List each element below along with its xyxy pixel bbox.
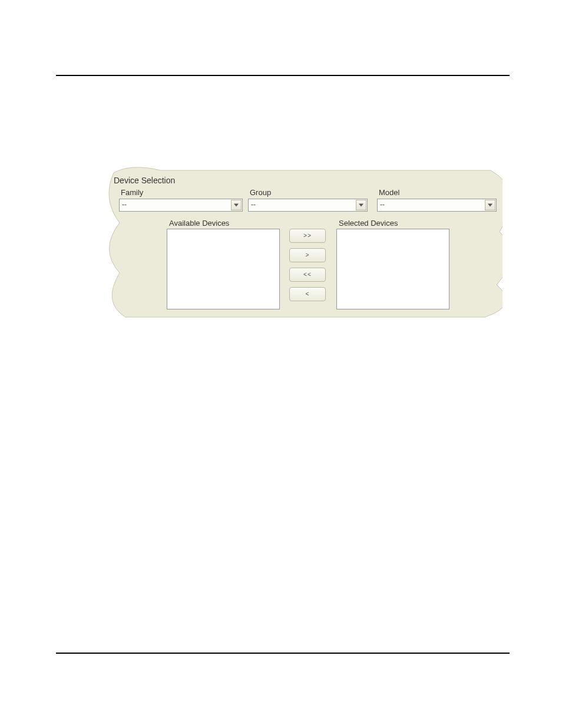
family-select[interactable]: --	[119, 199, 243, 212]
bottom-rule	[56, 653, 510, 654]
label-model: Model	[379, 188, 399, 197]
label-group: Group	[250, 188, 271, 197]
selected-devices-listbox[interactable]	[336, 229, 449, 309]
add-all-button[interactable]: >>	[289, 229, 326, 243]
remove-one-button[interactable]: <	[289, 287, 326, 301]
remove-all-button[interactable]: <<	[289, 268, 326, 282]
group-select[interactable]: --	[248, 199, 368, 212]
label-available-devices: Available Devices	[169, 219, 229, 228]
group-select-value: --	[251, 200, 256, 209]
add-one-button[interactable]: >	[289, 248, 326, 262]
chevron-down-icon[interactable]	[356, 200, 366, 210]
chevron-down-icon[interactable]	[231, 200, 242, 210]
model-select-value: --	[380, 200, 385, 209]
chevron-down-icon[interactable]	[485, 200, 495, 210]
label-family: Family	[121, 188, 143, 197]
family-select-value: --	[122, 200, 127, 209]
transfer-buttons: >> > << <	[289, 229, 326, 307]
device-selection-panel: Device Selection Family Group Model -- -…	[108, 167, 503, 322]
available-devices-listbox[interactable]	[167, 229, 280, 309]
top-rule	[56, 75, 510, 76]
model-select[interactable]: --	[377, 199, 497, 212]
panel-title: Device Selection	[114, 176, 175, 185]
label-selected-devices: Selected Devices	[339, 219, 398, 228]
